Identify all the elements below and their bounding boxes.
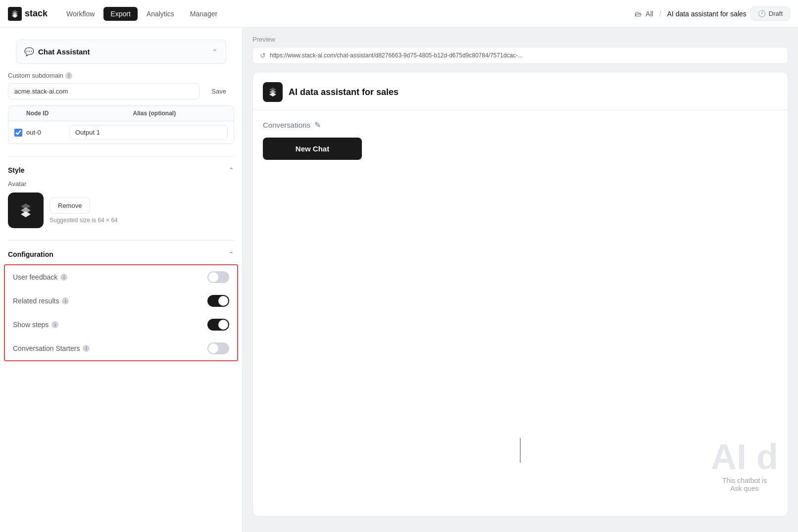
chat-preview-avatar bbox=[263, 82, 283, 102]
config-section-header[interactable]: Configuration ⌃ bbox=[0, 244, 242, 264]
conversation-starters-label: Conversation Starters i bbox=[13, 344, 90, 352]
conversation-starters-toggle-thumb bbox=[208, 343, 218, 353]
chat-assistant-label: 💬 Chat Assistant bbox=[24, 47, 90, 56]
alias-col-header: Alias (optional) bbox=[127, 106, 234, 121]
refresh-icon: ↺ bbox=[260, 51, 266, 59]
avatar-controls: Remove Suggested size is 64 × 64 bbox=[50, 197, 118, 224]
config-item-user-feedback: User feedback i bbox=[5, 265, 237, 289]
draft-label: Draft bbox=[769, 10, 783, 17]
conversation-starters-info-icon: i bbox=[83, 345, 90, 352]
node-table: Node ID Alias (optional) out-0 bbox=[8, 105, 234, 144]
related-results-toggle-thumb bbox=[218, 296, 228, 306]
top-nav: stack Workflow Export Analytics Manager … bbox=[0, 0, 798, 28]
related-results-toggle[interactable] bbox=[207, 295, 229, 307]
node-checkbox[interactable] bbox=[14, 129, 22, 137]
edit-icon[interactable]: ✎ bbox=[314, 120, 321, 130]
subdomain-input[interactable] bbox=[8, 83, 200, 99]
conversations-label: Conversations bbox=[263, 121, 310, 129]
user-feedback-label: User feedback i bbox=[13, 273, 67, 281]
main-layout: 💬 Chat Assistant ⌃ Custom subdomain i Sa… bbox=[0, 28, 798, 532]
chat-preview: AI data assistant for sales Conversation… bbox=[252, 72, 788, 517]
subdomain-section: Custom subdomain i Save Node ID Alias (o… bbox=[0, 64, 242, 152]
chat-big-text: AI d bbox=[711, 439, 778, 475]
node-id-value: out-0 bbox=[26, 129, 66, 136]
style-section-header[interactable]: Style ⌃ bbox=[0, 160, 242, 180]
size-hint: Suggested size is 64 × 64 bbox=[50, 217, 118, 224]
draft-button[interactable]: 🕐 Draft bbox=[750, 6, 790, 21]
chat-avatar-icon bbox=[266, 86, 279, 98]
right-panel: Preview ↺ https://www.stack-ai.com/chat-… bbox=[243, 28, 798, 532]
style-title: Style bbox=[8, 166, 24, 174]
config-title: Configuration bbox=[8, 250, 53, 258]
breadcrumb-separator: / bbox=[659, 10, 661, 18]
nav-tab-manager[interactable]: Manager bbox=[183, 7, 224, 21]
chat-assistant-header[interactable]: 💬 Chat Assistant ⌃ bbox=[16, 40, 226, 64]
user-feedback-info-icon: i bbox=[60, 274, 67, 281]
avatar-row: Remove Suggested size is 64 × 64 bbox=[0, 193, 242, 236]
chat-subtitle-2: Ask ques bbox=[730, 484, 759, 492]
user-feedback-toggle[interactable] bbox=[207, 271, 229, 283]
logo: stack bbox=[8, 7, 48, 21]
config-highlight-box: User feedback i Related results i bbox=[4, 264, 238, 361]
new-chat-button[interactable]: New Chat bbox=[263, 138, 362, 160]
config-item-conversation-starters: Conversation Starters i bbox=[5, 337, 237, 360]
nav-right: 🗁 All / AI data assistant for sales 🕐 Dr… bbox=[635, 6, 790, 21]
config-item-show-steps: Show steps i bbox=[5, 313, 237, 337]
left-panel: 💬 Chat Assistant ⌃ Custom subdomain i Sa… bbox=[0, 28, 243, 532]
nav-tab-analytics[interactable]: Analytics bbox=[140, 7, 181, 21]
url-text: https://www.stack-ai.com/chat-assistant/… bbox=[270, 52, 523, 59]
chat-assistant-text: Chat Assistant bbox=[38, 48, 90, 56]
table-row: out-0 bbox=[8, 121, 234, 144]
divider-1 bbox=[8, 156, 234, 156]
show-steps-toggle-thumb bbox=[218, 320, 228, 330]
chat-subtitle-1: This chatbot is bbox=[722, 477, 767, 484]
node-table-header: Node ID Alias (optional) bbox=[8, 106, 234, 121]
subdomain-row: Save bbox=[8, 83, 234, 99]
avatar-label: Avatar bbox=[0, 180, 242, 193]
stack-logo-icon bbox=[8, 7, 22, 21]
history-icon: 🕐 bbox=[758, 10, 766, 17]
node-id-col-header: Node ID bbox=[20, 106, 127, 121]
chat-bubble-icon: 💬 bbox=[24, 47, 34, 56]
avatar-preview bbox=[8, 193, 44, 228]
subdomain-info-icon: i bbox=[65, 72, 72, 79]
remove-avatar-button[interactable]: Remove bbox=[50, 197, 90, 214]
breadcrumb-all[interactable]: All bbox=[646, 10, 653, 18]
related-results-label: Related results i bbox=[13, 297, 69, 305]
url-bar: ↺ https://www.stack-ai.com/chat-assistan… bbox=[252, 47, 788, 64]
logo-text: stack bbox=[25, 8, 48, 19]
config-item-related-results: Related results i bbox=[5, 289, 237, 313]
chat-cursor bbox=[520, 438, 521, 463]
subdomain-label: Custom subdomain i bbox=[8, 72, 234, 79]
chat-preview-header: AI data assistant for sales bbox=[253, 72, 788, 110]
breadcrumb-project: AI data assistant for sales bbox=[667, 10, 747, 18]
related-results-info-icon: i bbox=[62, 297, 69, 304]
node-alias-input[interactable] bbox=[70, 125, 228, 140]
chat-preview-title: AI data assistant for sales bbox=[289, 87, 399, 97]
conversation-starters-toggle[interactable] bbox=[207, 342, 229, 354]
chevron-up-icon: ⌃ bbox=[212, 48, 218, 56]
config-collapse-icon: ⌃ bbox=[228, 250, 234, 258]
save-button[interactable]: Save bbox=[203, 84, 234, 99]
style-collapse-icon: ⌃ bbox=[228, 166, 234, 174]
user-feedback-toggle-thumb bbox=[208, 272, 218, 282]
show-steps-info-icon: i bbox=[51, 321, 58, 328]
show-steps-toggle[interactable] bbox=[207, 319, 229, 331]
show-steps-label: Show steps i bbox=[13, 321, 58, 329]
avatar-icon bbox=[16, 200, 36, 220]
conversations-row: Conversations ✎ bbox=[263, 120, 778, 130]
folder-icon: 🗁 bbox=[635, 10, 642, 18]
nav-tabs: Workflow Export Analytics Manager bbox=[59, 7, 224, 21]
chat-center-area: AI d This chatbot is Ask ques bbox=[263, 168, 778, 506]
nav-tab-export[interactable]: Export bbox=[103, 7, 137, 21]
preview-label: Preview bbox=[243, 28, 798, 47]
divider-2 bbox=[8, 240, 234, 241]
chat-body: Conversations ✎ New Chat AI d This chatb… bbox=[253, 110, 788, 516]
nav-tab-workflow[interactable]: Workflow bbox=[59, 7, 101, 21]
